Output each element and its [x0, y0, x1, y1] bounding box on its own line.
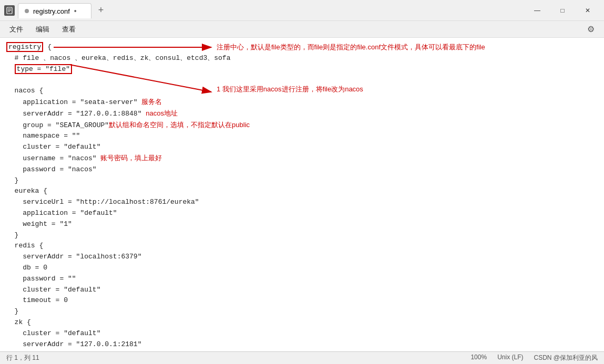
code-line-timeout: timeout = 0 — [6, 295, 598, 306]
main-content: registry { # file 、nacos 、eureka、redis、z… — [0, 38, 604, 351]
file-tab[interactable]: registry.conf • — [18, 3, 91, 18]
menu-view[interactable]: 查看 — [57, 23, 81, 36]
code-line-redis: redis { — [6, 241, 598, 252]
code-content: registry { # file 、nacos 、eureka、redis、z… — [6, 42, 598, 351]
zoom-level: 100% — [470, 353, 487, 362]
code-line-app: application = "seata-server" 服务名 — [6, 97, 598, 108]
app-icon — [4, 5, 15, 16]
status-bar: 行 1，列 11 100% Unix (LF) CSDN @保加利亚的风 — [0, 351, 604, 364]
maximize-button[interactable]: □ — [550, 3, 575, 18]
line-ending: Unix (LF) — [497, 353, 523, 362]
menu-file[interactable]: 文件 — [4, 23, 28, 36]
code-line-cluster-nacos: cluster = "default" — [6, 142, 598, 153]
title-bar: registry.conf • + — □ ✕ — [0, 0, 604, 21]
branding: CSDN @保加利亚的风 — [534, 353, 598, 362]
code-line-redis-cluster: cluster = "default" — [6, 285, 598, 296]
code-line-namespace: namespace = "" — [6, 131, 598, 142]
code-line-group: group = "SEATA_GROUP"默认组和命名空间，选填，不指定默认在p… — [6, 120, 598, 131]
highlight-type: type = "file" — [15, 64, 72, 74]
status-right: 100% Unix (LF) CSDN @保加利亚的风 — [470, 353, 598, 362]
menu-bar: 文件 编辑 查看 ⚙ — [0, 21, 604, 38]
cursor-position: 行 1，列 11 — [6, 353, 39, 362]
code-line-eureka-end: } — [6, 230, 598, 241]
close-button[interactable]: ✕ — [576, 3, 600, 18]
code-line-serviceurl: serviceUrl = "http://localhost:8761/eure… — [6, 197, 598, 208]
code-line-redis-pw: password = "" — [6, 274, 598, 285]
highlight-registry: registry — [6, 42, 43, 52]
settings-icon[interactable]: ⚙ — [582, 22, 600, 36]
window-controls: — □ ✕ — [525, 3, 600, 18]
code-line-zk: zk { — [6, 317, 598, 328]
code-line-app-eureka: application = "default" — [6, 208, 598, 219]
code-line-2: # file 、nacos 、eureka、redis、zk、consul、et… — [6, 53, 598, 64]
code-line-password-nacos: password = "nacos" — [6, 164, 598, 175]
code-line-session-timeout: sessionTimeout = 6000 — [6, 350, 598, 351]
tab-dot — [25, 9, 29, 13]
menu-edit[interactable]: 编辑 — [30, 23, 55, 36]
code-line-db: db = 0 — [6, 263, 598, 274]
code-line-3: type = "file" — [6, 64, 598, 75]
tab-close-button[interactable]: • — [74, 7, 77, 15]
tab-label: registry.conf — [33, 7, 70, 15]
code-line-username-nacos: username = "nacos" 账号密码，填上最好 — [6, 153, 598, 164]
new-tab-button[interactable]: + — [94, 3, 108, 18]
code-line-redis-end: } — [6, 306, 598, 317]
code-line-zk-cluster: cluster = "default" — [6, 328, 598, 339]
annotation-1: 注册中心，默认是file类型的，而file则是指定的file.conf文件模式，… — [217, 42, 585, 53]
annotation-2: 1 我们这里采用nacos进行注册，将file改为nacos — [217, 84, 479, 95]
code-editor[interactable]: registry { # file 、nacos 、eureka、redis、z… — [0, 38, 604, 351]
minimize-button[interactable]: — — [525, 3, 549, 18]
editor-inner: registry { # file 、nacos 、eureka、redis、z… — [6, 42, 598, 351]
code-line-zk-addr: serverAddr = "127.0.0.1:2181" — [6, 339, 598, 350]
code-line-serveraddr: serverAddr = "127.0.0.1:8848" nacos地址 — [6, 108, 598, 120]
code-line-redis-addr: serverAddr = "localhost:6379" — [6, 252, 598, 263]
code-line-weight: weight = "1" — [6, 219, 598, 230]
code-line-nacos-end: } — [6, 175, 598, 186]
code-line-eureka: eureka { — [6, 186, 598, 197]
